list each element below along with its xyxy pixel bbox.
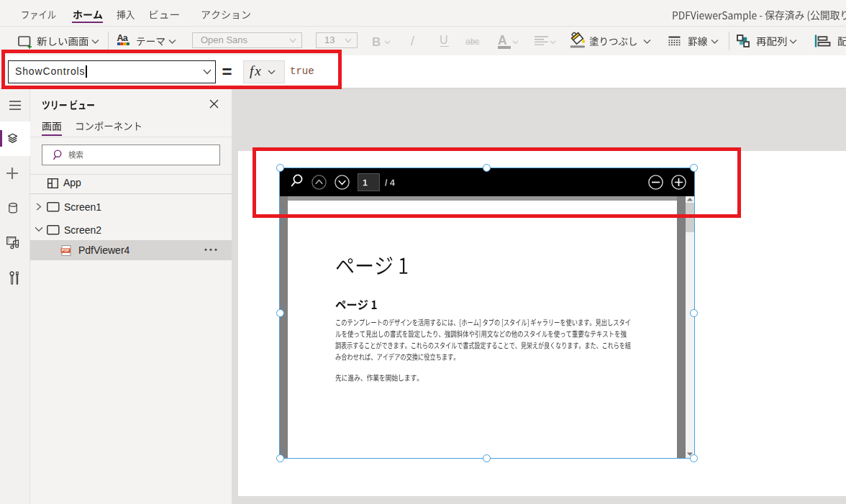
svg-text:PDF: PDF <box>62 248 70 252</box>
